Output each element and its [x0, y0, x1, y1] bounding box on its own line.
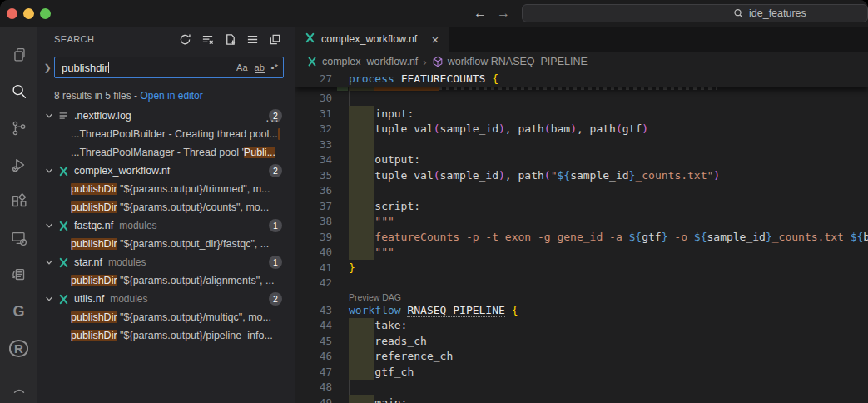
code-line[interactable]: 34 output:: [295, 152, 868, 168]
minimize-window-button[interactable]: [23, 8, 34, 19]
chevron-down-icon[interactable]: [42, 294, 56, 304]
chevron-down-icon[interactable]: [42, 257, 56, 267]
view-as-list-icon[interactable]: [246, 32, 259, 46]
command-center-search[interactable]: ide_features: [522, 4, 868, 22]
line-number: 27: [295, 72, 332, 85]
sticky-scroll-line[interactable]: 27process FEATURECOUNTS {: [295, 72, 868, 87]
search-icon: [733, 8, 744, 19]
code-line[interactable]: 36: [295, 183, 868, 199]
source-control-icon[interactable]: [0, 110, 37, 147]
match-result-row[interactable]: ...ThreadPoolManager - Thread pool 'Publ…: [37, 143, 295, 162]
code-line[interactable]: 46 reference_ch: [295, 349, 868, 365]
match-result-row[interactable]: publishDir "${params.output_dir}/fastqc"…: [37, 235, 295, 253]
line-number: 34: [295, 153, 332, 166]
run-and-debug-icon[interactable]: [0, 147, 37, 183]
whole-word-toggle[interactable]: ab: [255, 62, 265, 73]
code-text: process FEATURECOUNTS {: [349, 72, 498, 85]
file-folder: modules: [110, 293, 147, 305]
collapse-all-icon[interactable]: [268, 32, 281, 46]
code-text: tuple val(sample_id), path("${sample_id}…: [349, 169, 720, 182]
tab-complex-workflow[interactable]: complex_workflow.nf ×: [295, 27, 449, 52]
file-result-row[interactable]: complex_workflow.nf2: [37, 162, 295, 180]
code-line[interactable]: 31 input:: [295, 106, 868, 122]
match-result-row[interactable]: publishDir "${params.output}/counts", mo…: [37, 198, 295, 216]
task-document-icon[interactable]: [0, 256, 37, 293]
match-count-badge: 2: [269, 164, 282, 177]
line-number: 38: [295, 215, 332, 227]
indent-highlight: [349, 245, 374, 261]
file-result-row[interactable]: .nextflow.log2: [37, 107, 295, 125]
sidebar-title: SEARCH: [54, 34, 178, 44]
bottom-partial-icon[interactable]: [0, 366, 37, 403]
extensions-icon[interactable]: [0, 183, 37, 220]
remote-explorer-icon[interactable]: [0, 220, 37, 256]
code-line[interactable]: 41}: [295, 260, 868, 276]
line-number: 45: [295, 335, 332, 347]
match-result-row[interactable]: ...ThreadPoolBuilder - Creating thread p…: [37, 125, 295, 143]
regex-toggle[interactable]: ▪*: [271, 62, 278, 72]
indent-highlight: [349, 183, 374, 199]
match-result-row[interactable]: publishDir "${params.output}/alignments"…: [37, 271, 295, 290]
code-line[interactable]: 49 main:: [295, 395, 868, 403]
code-line[interactable]: 40 """: [295, 245, 868, 261]
code-line[interactable]: 45 reads_ch: [295, 333, 868, 349]
match-text: publishDir "${params.output}/alignments"…: [71, 275, 274, 286]
chevron-down-icon[interactable]: [42, 221, 56, 231]
indent-highlight: [349, 349, 374, 365]
code-line[interactable]: 32 tuple val(sample_id), path(bam), path…: [295, 122, 868, 137]
code-line[interactable]: 30: [295, 91, 868, 107]
match-result-row[interactable]: publishDir "${params.output}/pipeline_in…: [37, 326, 295, 345]
open-in-editor-link[interactable]: Open in editor: [140, 90, 202, 102]
match-result-row[interactable]: publishDir "${params.output}/trimmed", m…: [37, 180, 295, 198]
search-icon[interactable]: [0, 73, 37, 110]
chevron-down-icon[interactable]: [42, 111, 56, 121]
results-summary: 8 results in 5 files - Open in editor: [37, 78, 295, 107]
code-line[interactable]: 43workflow RNASEQ_PIPELINE {: [295, 302, 868, 318]
code-line[interactable]: 44 take:: [295, 318, 868, 334]
toggle-search-details-icon[interactable]: ···: [265, 113, 280, 127]
code-line[interactable]: 37 script:: [295, 198, 868, 214]
code-line[interactable]: 48: [295, 380, 868, 396]
close-window-button[interactable]: [7, 8, 17, 19]
search-input[interactable]: publishdir Aa ab ▪*: [54, 57, 284, 78]
codelens-preview-dag[interactable]: Preview DAG: [349, 292, 401, 302]
code-line[interactable]: 42: [295, 276, 868, 291]
chevron-down-icon[interactable]: [42, 166, 56, 176]
code-line[interactable]: 47 gtf_ch: [295, 364, 868, 380]
code-line[interactable]: 39 featureCounts -p -t exon -g gene_id -…: [295, 229, 868, 245]
file-result-row[interactable]: fastqc.nfmodules1: [37, 216, 295, 235]
search-query-text: publishdir: [62, 62, 108, 74]
file-result-row[interactable]: utils.nfmodules2: [37, 290, 295, 308]
clear-search-results-icon[interactable]: [201, 32, 214, 46]
code-editor[interactable]: 27process FEATURECOUNTS { 3031 input:32 …: [295, 72, 868, 403]
indent-highlight: [349, 167, 374, 183]
toggle-replace-icon[interactable]: ❯: [41, 62, 54, 73]
log-file-icon: [56, 110, 71, 122]
match-text: publishDir "${params.output}/pipeline_in…: [71, 330, 273, 341]
match-count-badge: 1: [269, 256, 282, 269]
code-line[interactable]: 38 """: [295, 214, 868, 230]
navigate-forward-icon[interactable]: →: [497, 3, 510, 23]
file-name: complex_workflow.nf: [74, 165, 170, 177]
line-number: 36: [295, 184, 332, 197]
maximize-window-button[interactable]: [40, 8, 51, 19]
breadcrumb-file[interactable]: complex_workflow.nf: [306, 56, 418, 67]
code-line[interactable]: 33: [295, 137, 868, 152]
refresh-icon[interactable]: [178, 32, 191, 46]
explorer-icon[interactable]: [0, 37, 37, 73]
match-result-row[interactable]: publishDir "${params.output}/multiqc", m…: [37, 308, 295, 326]
breadcrumb-separator: ›: [423, 56, 426, 68]
file-name: star.nf: [74, 256, 102, 268]
code-line[interactable]: 35 tuple val(sample_id), path("${sample_…: [295, 167, 868, 183]
file-result-row[interactable]: star.nfmodules1: [37, 253, 295, 271]
match-text: ...ThreadPoolBuilder - Creating thread p…: [71, 128, 280, 140]
file-name: .nextflow.log: [74, 110, 131, 122]
tab-bar: complex_workflow.nf ×: [295, 27, 868, 52]
navigate-back-icon[interactable]: ←: [474, 3, 487, 23]
open-new-search-editor-icon[interactable]: [223, 32, 236, 46]
gitlens-icon[interactable]: G: [0, 293, 37, 330]
close-tab-icon[interactable]: ×: [429, 33, 442, 46]
breadcrumb-symbol[interactable]: workflow RNASEQ_PIPELINE: [432, 56, 588, 67]
match-case-toggle[interactable]: Aa: [236, 62, 247, 72]
r-language-icon[interactable]: R: [0, 330, 37, 366]
